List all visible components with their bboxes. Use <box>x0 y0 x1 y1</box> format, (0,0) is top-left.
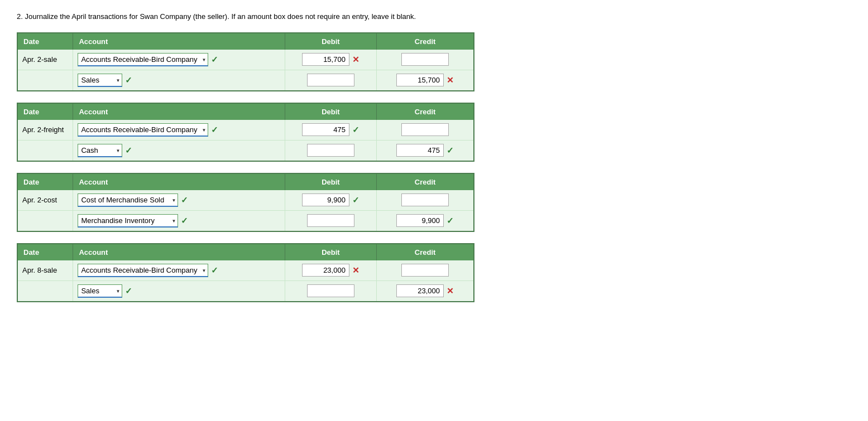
date-cell <box>17 140 73 161</box>
x-icon: ✕ <box>447 75 454 85</box>
date-cell: Apr. 2-freight <box>17 120 73 141</box>
header-date-2: Date <box>17 103 73 120</box>
table-row: Apr. 8-sale Accounts Receivable-Bird Com… <box>17 260 474 281</box>
credit-cell <box>377 120 474 141</box>
credit-cell <box>377 260 474 281</box>
account-cell: Cash ✓ <box>73 140 285 161</box>
debit-cell: ✕ <box>285 260 376 281</box>
check-icon: ✓ <box>125 146 132 156</box>
table-row: Merchandise Inventory ✓ ✓ <box>17 210 474 231</box>
date-cell <box>17 210 73 231</box>
debit-cell: ✓ <box>285 190 376 211</box>
header-account-3: Account <box>73 173 285 190</box>
credit-cell <box>377 190 474 211</box>
credit-input[interactable] <box>401 53 449 66</box>
x-icon: ✕ <box>352 265 359 275</box>
header-credit-4: Credit <box>377 244 474 260</box>
check-icon: ✓ <box>181 195 188 205</box>
check-icon: ✓ <box>211 125 218 135</box>
credit-cell: ✓ <box>377 140 474 161</box>
header-account-2: Account <box>73 103 285 120</box>
account-cell: Accounts Receivable-Bird Company ✓ <box>73 260 285 281</box>
credit-cell: ✓ <box>377 210 474 231</box>
check-icon: ✓ <box>352 125 359 135</box>
date-cell <box>17 280 73 302</box>
check-icon: ✓ <box>447 146 454 156</box>
date-cell: Apr. 8-sale <box>17 260 73 281</box>
date-cell: Apr. 2-sale <box>17 50 73 70</box>
x-icon: ✕ <box>447 286 454 296</box>
debit-cell <box>285 210 376 231</box>
account-select[interactable]: Sales <box>78 284 122 298</box>
journal-table-3: Date Account Debit Credit Apr. 2-cost Co… <box>17 173 474 232</box>
debit-input[interactable] <box>307 284 354 297</box>
debit-input[interactable] <box>302 53 349 66</box>
account-select[interactable]: Merchandise Inventory <box>78 214 178 228</box>
credit-input[interactable] <box>396 284 444 297</box>
account-cell: Accounts Receivable-Bird Company ✓ <box>73 120 285 141</box>
header-credit-2: Credit <box>377 103 474 120</box>
debit-cell <box>285 280 376 302</box>
credit-input[interactable] <box>401 193 449 206</box>
account-cell: Merchandise Inventory ✓ <box>73 210 285 231</box>
check-icon: ✓ <box>211 265 218 275</box>
debit-input[interactable] <box>302 193 349 206</box>
check-icon: ✓ <box>125 75 132 85</box>
debit-input[interactable] <box>307 144 354 157</box>
account-cell: Sales ✓ <box>73 70 285 91</box>
account-cell: Sales ✓ <box>73 280 285 302</box>
credit-input[interactable] <box>396 74 444 86</box>
account-select[interactable]: Accounts Receivable-Bird Company <box>78 53 208 66</box>
credit-input[interactable] <box>401 123 449 136</box>
date-cell <box>17 70 73 91</box>
account-select[interactable]: Accounts Receivable-Bird Company <box>78 264 208 277</box>
debit-input[interactable] <box>302 264 349 277</box>
header-debit-1: Debit <box>285 33 376 50</box>
credit-cell: ✕ <box>377 280 474 302</box>
check-icon: ✓ <box>447 216 454 226</box>
account-select[interactable]: Accounts Receivable-Bird Company <box>78 123 208 137</box>
check-icon: ✓ <box>125 286 132 296</box>
account-cell: Cost of Merchandise Sold ✓ <box>73 190 285 211</box>
x-icon: ✕ <box>352 55 359 65</box>
credit-cell: ✕ <box>377 70 474 91</box>
debit-cell: ✕ <box>285 50 376 70</box>
table-row: Cash ✓ ✓ <box>17 140 474 161</box>
header-account-4: Account <box>73 244 285 260</box>
account-cell: Accounts Receivable-Bird Company ✓ <box>73 50 285 70</box>
header-date-3: Date <box>17 173 73 190</box>
table-row: Apr. 2-sale Accounts Receivable-Bird Com… <box>17 50 474 70</box>
debit-input[interactable] <box>302 123 349 136</box>
table-row: Sales ✓ ✕ <box>17 280 474 302</box>
header-account-1: Account <box>73 33 285 50</box>
account-select[interactable]: Cash <box>78 144 122 157</box>
journal-table-2: Date Account Debit Credit Apr. 2-freight… <box>17 103 474 162</box>
table-row: Apr. 2-cost Cost of Merchandise Sold ✓ ✓ <box>17 190 474 211</box>
check-icon: ✓ <box>211 55 218 65</box>
journal-table-1: Date Account Debit Credit Apr. 2-sale Ac… <box>17 32 474 91</box>
debit-input[interactable] <box>307 214 354 227</box>
journal-table-4: Date Account Debit Credit Apr. 8-sale Ac… <box>17 243 474 302</box>
table-row: Apr. 2-freight Accounts Receivable-Bird … <box>17 120 474 141</box>
account-select[interactable]: Cost of Merchandise Sold <box>78 193 178 207</box>
date-cell: Apr. 2-cost <box>17 190 73 211</box>
debit-cell: ✓ <box>285 120 376 141</box>
credit-cell <box>377 50 474 70</box>
check-icon: ✓ <box>352 195 359 205</box>
header-debit-4: Debit <box>285 244 376 260</box>
debit-cell <box>285 140 376 161</box>
check-icon: ✓ <box>181 216 188 226</box>
table-row: Sales ✓ ✕ <box>17 70 474 91</box>
credit-input[interactable] <box>396 144 444 157</box>
account-select[interactable]: Sales <box>78 74 122 87</box>
header-debit-2: Debit <box>285 103 376 120</box>
instruction-text: 2. Journalize the April transactions for… <box>17 11 851 22</box>
debit-input[interactable] <box>307 74 354 86</box>
header-date-1: Date <box>17 33 73 50</box>
header-credit-3: Credit <box>377 173 474 190</box>
header-date-4: Date <box>17 244 73 260</box>
credit-input[interactable] <box>396 214 444 227</box>
header-credit-1: Credit <box>377 33 474 50</box>
credit-input[interactable] <box>401 264 449 277</box>
debit-cell <box>285 70 376 91</box>
